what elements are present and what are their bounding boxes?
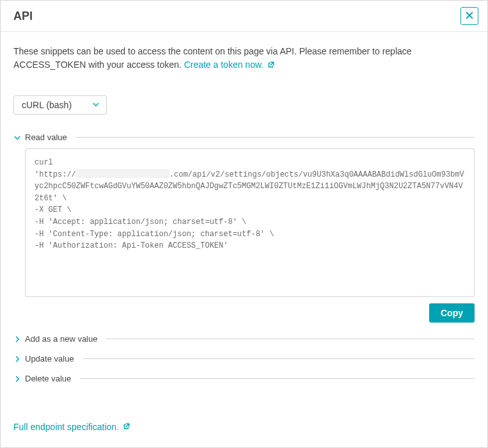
language-select-value: cURL (bash) <box>22 100 72 110</box>
chevron-right-icon <box>13 355 21 363</box>
section-update-header[interactable]: Update value <box>13 354 475 364</box>
close-button[interactable] <box>460 7 478 25</box>
code-prefix: curl 'https:// <box>35 158 76 179</box>
modal-title: API <box>13 10 33 23</box>
spacer <box>13 394 475 422</box>
section-read-label: Read value <box>25 132 72 142</box>
full-spec-link-label: Full endpoint specification. <box>13 422 119 432</box>
section-add-label: Add as a new value <box>25 334 102 344</box>
copy-button[interactable]: Copy <box>429 303 475 323</box>
divider <box>83 358 475 359</box>
modal-header: API <box>1 1 487 32</box>
section-add-header[interactable]: Add as a new value <box>13 334 475 344</box>
close-icon <box>465 11 474 22</box>
chevron-down-icon <box>13 134 21 141</box>
api-modal: API These snippets can be used to access… <box>0 0 488 448</box>
external-link-icon <box>267 59 275 72</box>
section-read-header[interactable]: Read value <box>13 132 475 142</box>
language-select[interactable]: cURL (bash) <box>13 95 107 115</box>
create-token-link[interactable]: Create a token now. <box>184 60 275 70</box>
code-suffix: .com/api/v2/settings/objects/vu9U3hXa3q0… <box>35 170 464 251</box>
code-block-read[interactable]: curl 'https://.com/api/v2/settings/objec… <box>25 148 475 297</box>
chevron-down-icon <box>92 100 100 110</box>
external-link-icon <box>123 422 130 432</box>
intro-text: These snippets can be used to access the… <box>13 45 475 72</box>
divider <box>106 339 475 339</box>
modal-body: These snippets can be used to access the… <box>1 32 487 447</box>
create-token-link-label: Create a token now. <box>184 60 264 70</box>
copy-row: Copy <box>25 303 475 323</box>
section-delete-label: Delete value <box>25 374 76 383</box>
section-delete-header[interactable]: Delete value <box>13 374 475 383</box>
chevron-right-icon <box>13 335 21 343</box>
chevron-right-icon <box>13 375 21 383</box>
section-update-label: Update value <box>25 354 79 364</box>
redacted-host <box>76 169 169 178</box>
full-spec-link[interactable]: Full endpoint specification. <box>13 422 475 432</box>
divider <box>76 137 475 138</box>
divider <box>80 378 475 379</box>
